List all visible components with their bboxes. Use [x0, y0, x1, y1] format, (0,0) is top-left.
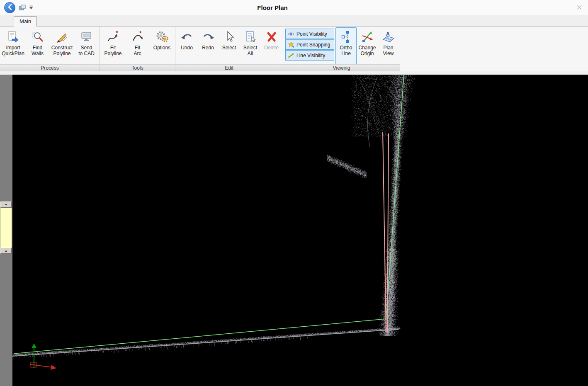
button-label: FitPolyline — [104, 45, 121, 56]
button-label-line1: Construct — [51, 45, 73, 51]
select-all-button[interactable]: SelectAll — [240, 27, 261, 64]
scroll-up-button[interactable]: ▲ — [0, 248, 12, 254]
group-label-process: Process — [0, 64, 100, 71]
ribbon-group-process: ImportQuickPlan FindWalls — [0, 27, 100, 71]
ribbon-filler — [400, 27, 588, 71]
plan-view-button[interactable]: A PlanView — [378, 27, 399, 64]
send-to-cad-icon — [80, 29, 93, 45]
ribbon-group-tools: * FitPolyline * FitArc — [100, 27, 175, 71]
point-snapping-icon — [288, 41, 294, 48]
plan-view-icon: A — [382, 29, 395, 45]
construct-polyline-button[interactable]: ConstructPolyline — [50, 27, 74, 64]
toggle-label: Line Visibility — [296, 53, 325, 58]
button-label-line2: View — [383, 51, 394, 56]
button-label: Select — [222, 45, 236, 51]
button-label: SelectAll — [243, 45, 257, 56]
button-label-line2: Polyline — [104, 51, 121, 56]
button-label: Redo — [202, 45, 214, 51]
button-label: FindWalls — [32, 45, 44, 56]
button-label: ConstructPolyline — [51, 45, 73, 56]
group-label-viewing: Viewing — [283, 64, 400, 71]
select-all-icon — [245, 29, 256, 45]
back-arrow-icon — [7, 4, 12, 11]
button-label-line1: Fit — [135, 45, 140, 51]
button-label-line1: Delete — [264, 45, 279, 51]
find-walls-button[interactable]: FindWalls — [25, 27, 50, 64]
point-visibility-toggle[interactable]: Point Visibility — [285, 29, 334, 39]
button-label-line1: Undo — [181, 45, 193, 51]
button-label: ChangeOrigin — [358, 45, 376, 56]
delete-x-icon — [266, 29, 277, 45]
svg-text:A: A — [386, 31, 390, 37]
floorplan-viewport[interactable] — [12, 75, 588, 386]
svg-text:*: * — [116, 31, 118, 36]
back-button[interactable] — [4, 2, 15, 13]
button-label-line2: Polyline — [53, 51, 70, 56]
workspace: ▼ ▲ — [0, 75, 588, 386]
button-label-line1: Fit — [110, 45, 116, 51]
find-walls-icon — [32, 29, 44, 45]
ribbon-bottom-gap — [0, 71, 588, 75]
group-label-edit: Edit — [175, 64, 283, 71]
button-label-line2: All — [248, 51, 253, 56]
button-label-line1: Plan — [383, 45, 393, 51]
button-label-line2: Line — [341, 51, 351, 56]
construct-polyline-icon — [56, 29, 68, 45]
fit-arc-icon: * — [131, 29, 144, 45]
button-label-line1: Import — [6, 45, 20, 51]
button-label: OrthoLine — [340, 45, 352, 56]
ribbon-group-viewing: Point Visibility Point Snapping — [283, 27, 400, 71]
button-label-line1: Find — [33, 45, 42, 51]
redo-button[interactable]: Redo — [197, 27, 219, 64]
change-origin-icon — [361, 29, 374, 45]
button-label-line2: Arc — [134, 51, 141, 56]
import-quickplan-button[interactable]: ImportQuickPlan — [1, 27, 25, 64]
undo-button[interactable]: Undo — [176, 27, 197, 64]
send-to-cad-button[interactable]: Sendto CAD — [74, 27, 99, 64]
change-origin-button[interactable]: ChangeOrigin — [357, 27, 378, 64]
options-gears-icon — [156, 29, 169, 45]
group-label-tools: Tools — [100, 64, 175, 71]
fit-polyline-button[interactable]: * FitPolyline — [101, 27, 125, 64]
quick-access-chevron-icon[interactable] — [29, 5, 33, 10]
ribbon: ImportQuickPlan FindWalls — [0, 27, 588, 71]
button-label: Sendto CAD — [78, 45, 95, 56]
point-visibility-icon — [288, 31, 294, 37]
select-cursor-icon — [224, 29, 235, 45]
scroll-down-button[interactable]: ▼ — [0, 201, 12, 208]
title-bar: Floor Plan × — [0, 0, 588, 15]
undo-icon — [181, 29, 193, 45]
ortho-line-icon — [341, 29, 352, 45]
button-label-line2: to CAD — [78, 51, 95, 56]
window-title: Floor Plan — [83, 4, 462, 11]
options-button[interactable]: Options — [150, 27, 174, 64]
select-button[interactable]: Select — [219, 27, 240, 64]
button-label: FitArc — [134, 45, 141, 56]
svg-text:*: * — [139, 31, 142, 36]
scroll-slider[interactable] — [0, 208, 12, 248]
left-panel: ▼ ▲ — [0, 75, 12, 386]
button-label-line2: Origin — [360, 51, 374, 56]
button-label-line1: Redo — [202, 45, 214, 51]
button-label-line1: Select — [243, 45, 257, 51]
ortho-line-button[interactable]: OrthoLine — [335, 27, 357, 64]
button-label-line1: Send — [80, 45, 92, 51]
button-label: PlanView — [383, 45, 394, 56]
ribbon-group-edit: Undo Redo Select — [175, 27, 283, 71]
button-label-line1: Ortho — [340, 45, 352, 51]
ribbon-tab-row: Main — [0, 15, 588, 27]
button-label-line1: Select — [222, 45, 236, 51]
button-label-line1: Change — [358, 45, 376, 51]
toggle-label: Point Visibility — [296, 31, 327, 37]
close-button[interactable]: × — [575, 2, 584, 12]
fit-arc-button[interactable]: * FitArc — [125, 27, 150, 64]
app-window-icon — [19, 5, 26, 11]
tab-main[interactable]: Main — [14, 16, 37, 27]
button-label-line2: QuickPlan — [2, 51, 24, 56]
viewing-toggles: Point Visibility Point Snapping — [284, 27, 335, 64]
point-snapping-toggle[interactable]: Point Snapping — [285, 39, 334, 50]
line-visibility-icon — [288, 52, 294, 59]
line-visibility-toggle[interactable]: Line Visibility — [285, 50, 334, 61]
button-label-line2: Walls — [32, 51, 44, 56]
button-label: Delete — [264, 45, 279, 51]
